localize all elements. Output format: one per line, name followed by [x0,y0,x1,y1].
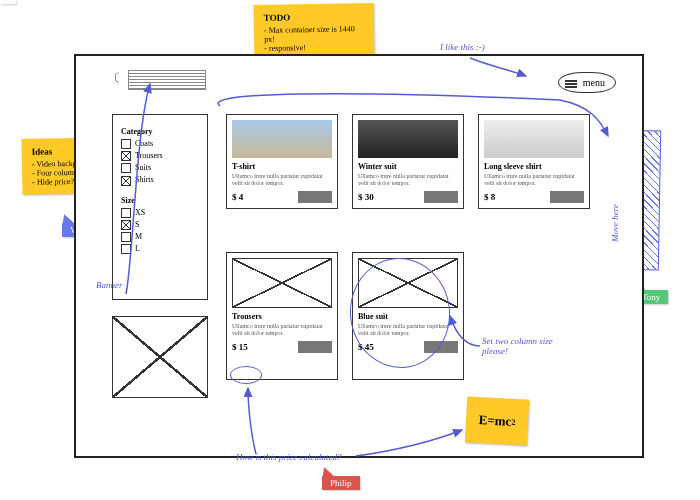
product-title: Trousers [232,312,332,321]
product-price: $ 8 [484,192,495,202]
filters-panel[interactable]: Category Coats Trousers Suits Shirts Siz… [112,114,208,300]
product-price: $ 30 [358,192,374,202]
product-desc: Ullamco irure nulla pariatur cupidatat v… [232,173,332,187]
sticky-todo-title: TODO [264,11,364,23]
product-desc: Ullamco irure nulla pariatur cupidatat v… [358,173,458,187]
product-card[interactable]: Winter suit Ullamco irure nulla pariatur… [352,114,464,209]
annotation-circle-price [230,366,262,384]
menu-label: menu [583,77,605,88]
sticky-todo-item: responsive! [264,42,364,53]
annotation-two-col: Set two column size please! [482,336,572,356]
user-tag-victoria [0,0,16,4]
sticky-todo-item: Max container size is 1440 px! [264,24,364,44]
filters-size-heading: Size [121,196,199,205]
filter-option[interactable]: L [121,244,199,254]
filter-option[interactable]: S [121,220,199,230]
product-image-placeholder [232,258,332,308]
filter-option[interactable]: Coats [121,139,199,149]
banner-placeholder[interactable] [128,70,206,90]
product-card[interactable]: Long sleeve shirt Ullamco irure nulla pa… [478,114,590,209]
product-card[interactable]: T-shirt Ullamco irure nulla pariatur cup… [226,114,338,209]
product-image [232,120,332,158]
buy-button[interactable] [298,341,332,353]
sticky-todo[interactable]: TODO Max container size is 1440 px! resp… [254,3,375,61]
formula-text: E=mc [478,412,511,430]
product-image [484,120,584,158]
filter-option[interactable]: Trousers [121,151,199,161]
product-desc: Ullamco irure nulla pariatur cupidatat v… [232,323,332,337]
annotation-price-q: How is this price calculated? [236,452,342,462]
product-image [358,120,458,158]
sticky-formula[interactable]: E=mc2 [465,396,529,445]
product-title: Long sleeve shirt [484,162,584,171]
menu-button[interactable]: menu [558,72,616,93]
buy-button[interactable] [298,191,332,203]
buy-button[interactable] [424,191,458,203]
product-desc: Ullamco irure nulla pariatur cupidatat v… [484,173,584,187]
image-placeholder[interactable] [112,316,208,398]
buy-button[interactable] [550,191,584,203]
filters-category-heading: Category [121,127,199,136]
filter-option[interactable]: M [121,232,199,242]
product-title: T-shirt [232,162,332,171]
product-card[interactable]: Trousers Ullamco irure nulla pariatur cu… [226,252,338,380]
annotation-move: Move here [610,204,620,242]
measure-icon: ⟮ [112,70,119,86]
product-title: Winter suit [358,162,458,171]
filter-option[interactable]: Shirts [121,175,199,185]
product-price: $ 15 [232,342,248,352]
annotation-banner: Banner [96,280,123,290]
filter-option[interactable]: Suits [121,163,199,173]
user-tag-philip: Philip [322,476,360,490]
wireframe-canvas[interactable]: ⟮ menu Category Coats Trousers Suits Shi… [74,54,644,458]
annotation-like: I like this :-) [440,42,485,52]
filter-option[interactable]: XS [121,208,199,218]
product-price: $ 4 [232,192,243,202]
